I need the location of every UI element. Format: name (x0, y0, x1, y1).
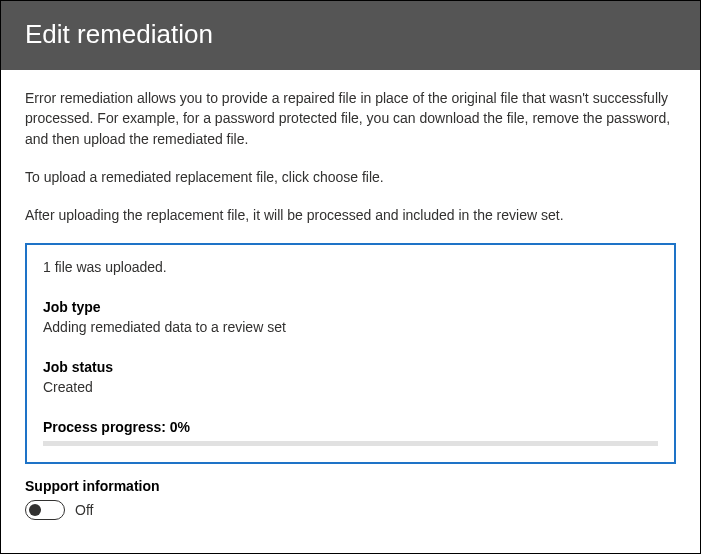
panel-content: Error remediation allows you to provide … (1, 70, 700, 464)
support-toggle-row: Off (25, 500, 676, 520)
description-text-2: To upload a remediated replacement file,… (25, 167, 676, 187)
upload-message: 1 file was uploaded. (43, 259, 658, 275)
panel-header: Edit remediation (1, 1, 700, 70)
job-type-group: Job type Adding remediated data to a rev… (43, 299, 658, 335)
progress-bar (43, 441, 658, 446)
status-box: 1 file was uploaded. Job type Adding rem… (25, 243, 676, 464)
job-type-value: Adding remediated data to a review set (43, 319, 658, 335)
panel-title: Edit remediation (25, 19, 676, 50)
progress-label: Process progress: 0% (43, 419, 658, 435)
support-section: Support information Off (1, 464, 700, 520)
job-status-group: Job status Created (43, 359, 658, 395)
job-status-value: Created (43, 379, 658, 395)
description-text-3: After uploading the replacement file, it… (25, 205, 676, 225)
progress-group: Process progress: 0% (43, 419, 658, 446)
toggle-knob (29, 504, 41, 516)
job-type-label: Job type (43, 299, 658, 315)
support-information-label: Support information (25, 478, 676, 494)
description-text-1: Error remediation allows you to provide … (25, 88, 676, 149)
support-toggle[interactable] (25, 500, 65, 520)
job-status-label: Job status (43, 359, 658, 375)
support-toggle-state: Off (75, 502, 93, 518)
